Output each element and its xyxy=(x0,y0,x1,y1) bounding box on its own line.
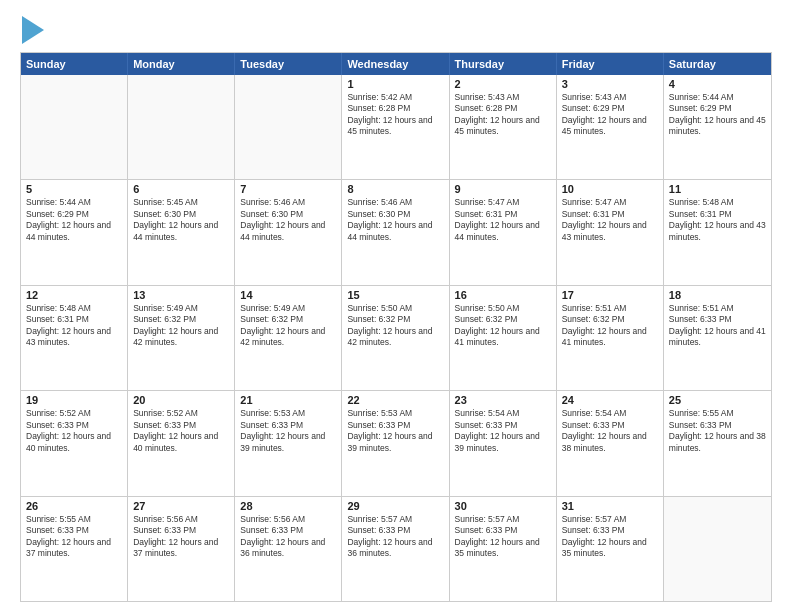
cell-info: Sunrise: 5:49 AM Sunset: 6:32 PM Dayligh… xyxy=(133,303,229,349)
day-cell-22: 22Sunrise: 5:53 AM Sunset: 6:33 PM Dayli… xyxy=(342,391,449,495)
day-number: 17 xyxy=(562,289,658,301)
cell-info: Sunrise: 5:52 AM Sunset: 6:33 PM Dayligh… xyxy=(26,408,122,454)
day-cell-26: 26Sunrise: 5:55 AM Sunset: 6:33 PM Dayli… xyxy=(21,497,128,601)
calendar-week-1: 1Sunrise: 5:42 AM Sunset: 6:28 PM Daylig… xyxy=(21,75,771,180)
day-cell-4: 4Sunrise: 5:44 AM Sunset: 6:29 PM Daylig… xyxy=(664,75,771,179)
cell-info: Sunrise: 5:46 AM Sunset: 6:30 PM Dayligh… xyxy=(240,197,336,243)
calendar-week-5: 26Sunrise: 5:55 AM Sunset: 6:33 PM Dayli… xyxy=(21,497,771,601)
day-number: 11 xyxy=(669,183,766,195)
cell-info: Sunrise: 5:49 AM Sunset: 6:32 PM Dayligh… xyxy=(240,303,336,349)
day-cell-14: 14Sunrise: 5:49 AM Sunset: 6:32 PM Dayli… xyxy=(235,286,342,390)
day-number: 14 xyxy=(240,289,336,301)
header-day-tuesday: Tuesday xyxy=(235,53,342,75)
day-number: 8 xyxy=(347,183,443,195)
day-number: 25 xyxy=(669,394,766,406)
day-number: 9 xyxy=(455,183,551,195)
cell-info: Sunrise: 5:47 AM Sunset: 6:31 PM Dayligh… xyxy=(455,197,551,243)
day-number: 5 xyxy=(26,183,122,195)
cell-info: Sunrise: 5:54 AM Sunset: 6:33 PM Dayligh… xyxy=(562,408,658,454)
day-cell-15: 15Sunrise: 5:50 AM Sunset: 6:32 PM Dayli… xyxy=(342,286,449,390)
day-cell-1: 1Sunrise: 5:42 AM Sunset: 6:28 PM Daylig… xyxy=(342,75,449,179)
day-number: 30 xyxy=(455,500,551,512)
day-cell-30: 30Sunrise: 5:57 AM Sunset: 6:33 PM Dayli… xyxy=(450,497,557,601)
day-cell-12: 12Sunrise: 5:48 AM Sunset: 6:31 PM Dayli… xyxy=(21,286,128,390)
day-cell-25: 25Sunrise: 5:55 AM Sunset: 6:33 PM Dayli… xyxy=(664,391,771,495)
cell-info: Sunrise: 5:54 AM Sunset: 6:33 PM Dayligh… xyxy=(455,408,551,454)
cell-info: Sunrise: 5:50 AM Sunset: 6:32 PM Dayligh… xyxy=(347,303,443,349)
day-number: 22 xyxy=(347,394,443,406)
day-number: 18 xyxy=(669,289,766,301)
cell-info: Sunrise: 5:44 AM Sunset: 6:29 PM Dayligh… xyxy=(26,197,122,243)
header-day-friday: Friday xyxy=(557,53,664,75)
day-cell-6: 6Sunrise: 5:45 AM Sunset: 6:30 PM Daylig… xyxy=(128,180,235,284)
calendar-week-4: 19Sunrise: 5:52 AM Sunset: 6:33 PM Dayli… xyxy=(21,391,771,496)
calendar-week-3: 12Sunrise: 5:48 AM Sunset: 6:31 PM Dayli… xyxy=(21,286,771,391)
header-day-monday: Monday xyxy=(128,53,235,75)
cell-info: Sunrise: 5:50 AM Sunset: 6:32 PM Dayligh… xyxy=(455,303,551,349)
cell-info: Sunrise: 5:48 AM Sunset: 6:31 PM Dayligh… xyxy=(669,197,766,243)
cell-info: Sunrise: 5:51 AM Sunset: 6:33 PM Dayligh… xyxy=(669,303,766,349)
day-cell-20: 20Sunrise: 5:52 AM Sunset: 6:33 PM Dayli… xyxy=(128,391,235,495)
day-cell-17: 17Sunrise: 5:51 AM Sunset: 6:32 PM Dayli… xyxy=(557,286,664,390)
svg-marker-0 xyxy=(22,16,44,44)
day-number: 26 xyxy=(26,500,122,512)
day-number: 19 xyxy=(26,394,122,406)
empty-cell xyxy=(664,497,771,601)
calendar-week-2: 5Sunrise: 5:44 AM Sunset: 6:29 PM Daylig… xyxy=(21,180,771,285)
cell-info: Sunrise: 5:53 AM Sunset: 6:33 PM Dayligh… xyxy=(240,408,336,454)
cell-info: Sunrise: 5:42 AM Sunset: 6:28 PM Dayligh… xyxy=(347,92,443,138)
day-number: 23 xyxy=(455,394,551,406)
cell-info: Sunrise: 5:55 AM Sunset: 6:33 PM Dayligh… xyxy=(26,514,122,560)
header-day-thursday: Thursday xyxy=(450,53,557,75)
calendar-body: 1Sunrise: 5:42 AM Sunset: 6:28 PM Daylig… xyxy=(21,75,771,601)
day-cell-10: 10Sunrise: 5:47 AM Sunset: 6:31 PM Dayli… xyxy=(557,180,664,284)
day-number: 29 xyxy=(347,500,443,512)
day-number: 12 xyxy=(26,289,122,301)
header-day-sunday: Sunday xyxy=(21,53,128,75)
cell-info: Sunrise: 5:51 AM Sunset: 6:32 PM Dayligh… xyxy=(562,303,658,349)
cell-info: Sunrise: 5:45 AM Sunset: 6:30 PM Dayligh… xyxy=(133,197,229,243)
day-cell-31: 31Sunrise: 5:57 AM Sunset: 6:33 PM Dayli… xyxy=(557,497,664,601)
day-number: 28 xyxy=(240,500,336,512)
day-cell-7: 7Sunrise: 5:46 AM Sunset: 6:30 PM Daylig… xyxy=(235,180,342,284)
logo xyxy=(20,18,44,44)
day-cell-23: 23Sunrise: 5:54 AM Sunset: 6:33 PM Dayli… xyxy=(450,391,557,495)
day-cell-28: 28Sunrise: 5:56 AM Sunset: 6:33 PM Dayli… xyxy=(235,497,342,601)
day-cell-8: 8Sunrise: 5:46 AM Sunset: 6:30 PM Daylig… xyxy=(342,180,449,284)
day-number: 31 xyxy=(562,500,658,512)
cell-info: Sunrise: 5:53 AM Sunset: 6:33 PM Dayligh… xyxy=(347,408,443,454)
cell-info: Sunrise: 5:56 AM Sunset: 6:33 PM Dayligh… xyxy=(240,514,336,560)
day-number: 24 xyxy=(562,394,658,406)
day-number: 15 xyxy=(347,289,443,301)
cell-info: Sunrise: 5:52 AM Sunset: 6:33 PM Dayligh… xyxy=(133,408,229,454)
calendar-header: SundayMondayTuesdayWednesdayThursdayFrid… xyxy=(21,53,771,75)
header-day-saturday: Saturday xyxy=(664,53,771,75)
calendar-page: SundayMondayTuesdayWednesdayThursdayFrid… xyxy=(0,0,792,612)
day-number: 6 xyxy=(133,183,229,195)
day-cell-29: 29Sunrise: 5:57 AM Sunset: 6:33 PM Dayli… xyxy=(342,497,449,601)
cell-info: Sunrise: 5:57 AM Sunset: 6:33 PM Dayligh… xyxy=(562,514,658,560)
day-cell-2: 2Sunrise: 5:43 AM Sunset: 6:28 PM Daylig… xyxy=(450,75,557,179)
logo-icon xyxy=(22,16,44,44)
calendar: SundayMondayTuesdayWednesdayThursdayFrid… xyxy=(20,52,772,602)
day-number: 20 xyxy=(133,394,229,406)
header-day-wednesday: Wednesday xyxy=(342,53,449,75)
day-number: 16 xyxy=(455,289,551,301)
day-cell-9: 9Sunrise: 5:47 AM Sunset: 6:31 PM Daylig… xyxy=(450,180,557,284)
day-number: 3 xyxy=(562,78,658,90)
cell-info: Sunrise: 5:43 AM Sunset: 6:28 PM Dayligh… xyxy=(455,92,551,138)
cell-info: Sunrise: 5:46 AM Sunset: 6:30 PM Dayligh… xyxy=(347,197,443,243)
cell-info: Sunrise: 5:48 AM Sunset: 6:31 PM Dayligh… xyxy=(26,303,122,349)
day-cell-11: 11Sunrise: 5:48 AM Sunset: 6:31 PM Dayli… xyxy=(664,180,771,284)
cell-info: Sunrise: 5:47 AM Sunset: 6:31 PM Dayligh… xyxy=(562,197,658,243)
day-cell-27: 27Sunrise: 5:56 AM Sunset: 6:33 PM Dayli… xyxy=(128,497,235,601)
cell-info: Sunrise: 5:44 AM Sunset: 6:29 PM Dayligh… xyxy=(669,92,766,138)
day-number: 4 xyxy=(669,78,766,90)
day-cell-13: 13Sunrise: 5:49 AM Sunset: 6:32 PM Dayli… xyxy=(128,286,235,390)
day-cell-3: 3Sunrise: 5:43 AM Sunset: 6:29 PM Daylig… xyxy=(557,75,664,179)
cell-info: Sunrise: 5:57 AM Sunset: 6:33 PM Dayligh… xyxy=(455,514,551,560)
day-cell-5: 5Sunrise: 5:44 AM Sunset: 6:29 PM Daylig… xyxy=(21,180,128,284)
empty-cell xyxy=(235,75,342,179)
cell-info: Sunrise: 5:56 AM Sunset: 6:33 PM Dayligh… xyxy=(133,514,229,560)
day-number: 2 xyxy=(455,78,551,90)
